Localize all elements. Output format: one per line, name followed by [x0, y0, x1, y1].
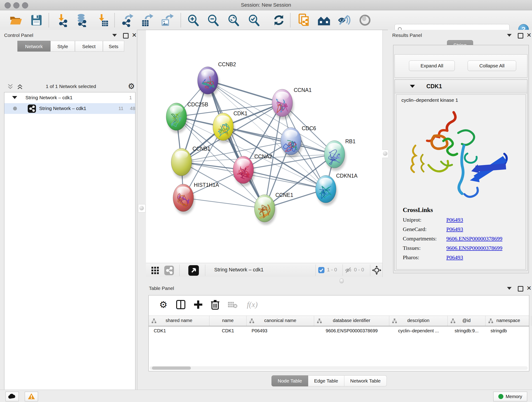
hide-selected-button[interactable] — [337, 13, 351, 27]
panel-float-icon[interactable] — [123, 33, 128, 40]
column-header-canonical-name[interactable]: canonical name — [247, 316, 314, 326]
export-network-button[interactable] — [120, 13, 134, 27]
memory-label: Memory — [506, 394, 522, 399]
horizontal-splitter-handle[interactable] — [340, 279, 344, 283]
table-row[interactable]: CDK1CDK1P064939606.ENSP00000378699cyclin… — [149, 326, 529, 336]
birdseye-view-icon[interactable] — [188, 265, 199, 276]
column-header-name[interactable]: name — [209, 316, 247, 326]
panel-menu-icon[interactable] — [507, 287, 512, 293]
network-graph: CCNB2CCNA1CDC25BCDK1CDC6RB1CCNB1CCNA2CDK… — [146, 30, 382, 263]
view-toolbar-separator — [316, 264, 316, 276]
column-layout-icon[interactable] — [174, 299, 187, 310]
expand-all-button[interactable]: Expand All — [409, 61, 455, 71]
column-header--id[interactable]: @id — [448, 316, 486, 326]
export-table-button[interactable] — [140, 13, 154, 27]
tab-select[interactable]: Select — [75, 41, 103, 51]
node-CCNE1[interactable] — [254, 195, 276, 225]
panel-close-icon[interactable]: ✕ — [526, 32, 532, 39]
save-session-button[interactable] — [29, 13, 44, 27]
crosslink-value-link[interactable]: P06493 — [446, 217, 463, 223]
column-header-label: canonical name — [247, 318, 314, 323]
tab-sets[interactable]: Sets — [103, 41, 124, 51]
function-builder-icon[interactable]: f(x) — [243, 299, 261, 310]
warning-button[interactable] — [25, 392, 38, 401]
node-CCNB1[interactable] — [171, 148, 193, 179]
main-toolbar: ? — [0, 10, 532, 30]
network-canvas[interactable]: CCNB2CCNA1CDC25BCDK1CDC6RB1CCNB1CCNA2CDK… — [146, 30, 382, 263]
zoom-selected-button[interactable] — [247, 13, 261, 27]
crosslink-value-link[interactable]: 9606.ENSP00000378699 — [446, 245, 502, 251]
collection-count: 1 — [129, 95, 132, 100]
column-header-shared-name[interactable]: shared name — [149, 316, 209, 326]
section-collapse-icon[interactable] — [410, 85, 415, 88]
right-splitter[interactable] — [382, 30, 388, 284]
scrollbar-thumb[interactable] — [152, 366, 191, 370]
tab-node-table[interactable]: Node Table — [272, 375, 308, 386]
tab-edge-table[interactable]: Edge Table — [308, 375, 344, 386]
tab-style[interactable]: Style — [51, 41, 75, 51]
panel-float-icon[interactable] — [518, 286, 523, 293]
zoom-fit-button[interactable] — [226, 13, 241, 27]
memory-button[interactable]: Memory — [493, 392, 527, 401]
import-network-database-button[interactable] — [75, 13, 89, 27]
edge-HIST1H1A-CCNE1[interactable] — [183, 198, 265, 208]
tab-network-table[interactable]: Network Table — [344, 375, 387, 386]
left-splitter[interactable] — [137, 30, 146, 263]
node-label-CDC25B: CDC25B — [187, 102, 208, 108]
add-column-icon[interactable] — [192, 299, 205, 310]
collapse-all-button[interactable]: Collapse All — [468, 61, 516, 71]
panel-close-icon[interactable]: ✕ — [526, 286, 532, 293]
panel-menu-icon[interactable] — [507, 33, 512, 40]
edge-CCNB2-CCNE1[interactable] — [208, 80, 265, 208]
crosslink-value-link[interactable]: P06493 — [446, 226, 463, 232]
network-view-toolbar: String Network – cdk1 1 - 0 0 - 0 — [146, 263, 382, 278]
node-CDC6[interactable] — [281, 128, 302, 158]
open-session-button[interactable] — [9, 13, 23, 27]
network-share-icon[interactable] — [164, 266, 174, 275]
selected-checkbox-icon[interactable] — [318, 267, 324, 273]
import-network-button[interactable] — [56, 13, 70, 27]
toolbar-separator — [181, 13, 181, 27]
network-options-gear-icon[interactable]: ⚙ — [128, 82, 135, 90]
column-header-description[interactable]: description — [389, 316, 448, 326]
level-of-detail-button[interactable] — [358, 13, 372, 27]
import-table-button[interactable] — [96, 13, 110, 27]
fit-content-crosshair-icon[interactable] — [372, 265, 381, 275]
node-CDKN1A[interactable] — [316, 175, 337, 206]
delete-column-trash-icon[interactable] — [209, 299, 222, 310]
crosslink-row: Uniprot:P06493 — [403, 217, 502, 223]
clone-network-button[interactable] — [297, 13, 311, 27]
zoom-out-button[interactable] — [206, 13, 220, 27]
delete-table-icon[interactable] — [226, 299, 239, 310]
column-header-namespace[interactable]: namespace — [486, 316, 531, 326]
tab-network[interactable]: Network — [17, 41, 51, 51]
export-image-button[interactable] — [160, 13, 174, 27]
table-settings-gear-icon[interactable]: ⚙ — [157, 299, 170, 310]
panel-float-icon[interactable] — [518, 33, 523, 40]
network-row-selected[interactable]: String Network – cdk1 11 48 — [4, 103, 135, 114]
node-HIST1H1A[interactable] — [173, 184, 195, 214]
panel-menu-icon[interactable] — [112, 33, 117, 40]
left-splitter-handle[interactable] — [138, 204, 146, 212]
grid-view-icon[interactable] — [151, 266, 159, 274]
column-header-label: database identifier — [314, 318, 389, 323]
crosslink-value-link[interactable]: 9606.ENSP00000378699 — [446, 236, 502, 242]
cloud-button[interactable] — [6, 392, 19, 401]
node-CCNB2[interactable] — [197, 67, 219, 97]
node-gloss — [237, 159, 250, 167]
zoom-in-button[interactable] — [186, 13, 200, 27]
edge-CDK1-RB1[interactable] — [223, 127, 335, 154]
gene-section-header[interactable]: CDK1 — [395, 80, 527, 93]
collapse-all-icon[interactable] — [7, 84, 13, 89]
column-header-database-identifier[interactable]: database identifier — [314, 316, 389, 326]
home-button[interactable] — [317, 13, 331, 27]
crosslink-value-link[interactable]: P06493 — [446, 254, 463, 260]
panel-close-icon[interactable]: ✕ — [132, 32, 137, 39]
network-collection-row[interactable]: String Network – cdk1 1 — [4, 92, 135, 103]
node-RB1[interactable] — [324, 140, 346, 171]
window-title: Session: New Session — [0, 2, 532, 8]
collection-expand-icon[interactable] — [12, 96, 17, 99]
node-CCNA2[interactable] — [233, 156, 255, 186]
refresh-button[interactable] — [272, 13, 286, 27]
node-gloss — [328, 143, 341, 151]
